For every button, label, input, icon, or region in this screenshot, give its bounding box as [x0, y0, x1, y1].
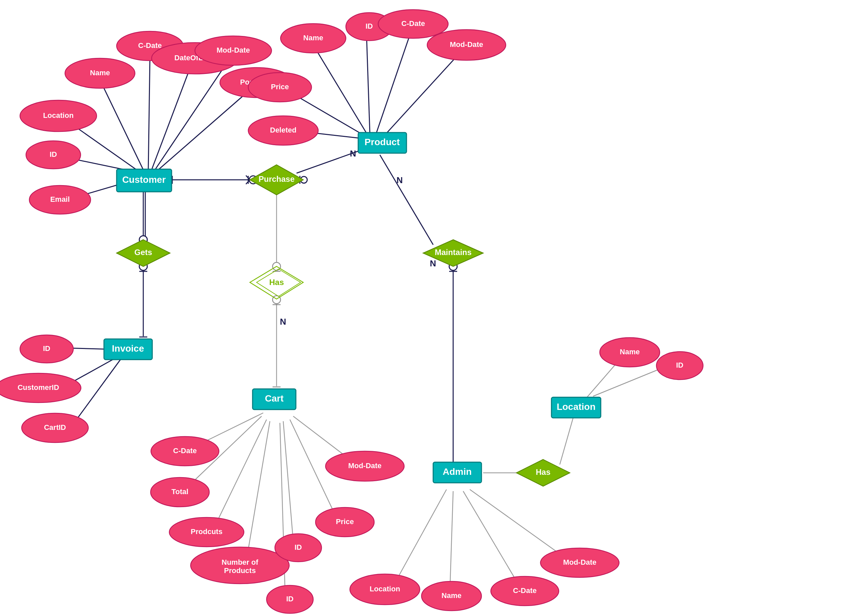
n-label-product: N: [350, 148, 356, 159]
svg-line-38: [380, 155, 433, 245]
svg-line-41: [560, 418, 573, 465]
svg-line-8: [313, 45, 367, 133]
attr-cart-moddate-label: Mod-Date: [348, 462, 381, 470]
entity-admin-label: Admin: [443, 466, 472, 477]
n-label-has: N: [280, 317, 286, 327]
svg-line-21: [283, 421, 293, 541]
attr-cart-id2-label: ID: [286, 595, 294, 603]
attr-admin-moddate-label: Mod-Date: [563, 558, 596, 566]
svg-line-0: [100, 80, 143, 170]
attr-product-cdate-label: C-Date: [402, 19, 425, 28]
svg-line-25: [393, 489, 446, 586]
attr-product-name-label: Name: [303, 33, 323, 42]
attr-customer-email-label: Email: [50, 195, 70, 203]
attr-customer-moddate-label: Mod-Date: [217, 46, 250, 54]
svg-line-4: [148, 57, 150, 170]
svg-line-19: [213, 419, 267, 530]
svg-line-26: [450, 491, 453, 593]
attr-cart-numproducts-label2: Products: [224, 566, 256, 575]
attr-customer-name-label: Name: [90, 69, 110, 77]
svg-line-20: [247, 421, 270, 559]
n-label-maintains1: N: [396, 175, 403, 185]
relation-purchase-label: Purchase: [258, 174, 294, 183]
attr-cart-products-label: Prodcuts: [191, 527, 222, 536]
attr-product-price-label: Price: [271, 83, 289, 91]
relation-has-cart-label: Has: [269, 278, 284, 287]
svg-line-6: [155, 63, 226, 170]
attr-product-id-label: ID: [366, 22, 373, 30]
entity-invoice-label: Invoice: [112, 343, 144, 354]
svg-line-5: [152, 68, 190, 170]
svg-line-7: [158, 90, 250, 170]
attr-cart-cdate-label: C-Date: [173, 446, 197, 455]
svg-line-12: [376, 35, 410, 133]
attr-customer-location-label: Location: [43, 111, 74, 120]
relation-maintains-label: Maintains: [435, 248, 472, 257]
svg-line-11: [367, 35, 370, 133]
er-diagram: N N N N Name Location ID Email C-Date: [0, 0, 853, 616]
attr-location-name-label: Name: [620, 348, 640, 356]
entity-product-label: Product: [364, 137, 400, 147]
entity-customer-label: Customer: [122, 174, 166, 185]
svg-line-28: [470, 489, 570, 561]
attr-location-id-label: ID: [676, 361, 683, 369]
svg-line-13: [387, 57, 457, 133]
attr-admin-location-label: Location: [370, 585, 400, 593]
attr-invoice-cartid-label: CartID: [44, 423, 66, 431]
entity-cart-label: Cart: [265, 393, 284, 404]
entity-location-label: Location: [557, 401, 596, 412]
attr-cart-id-label: ID: [294, 543, 302, 551]
attr-product-deleted-label: Deleted: [270, 126, 296, 134]
attr-product-moddate-label: Mod-Date: [450, 40, 483, 48]
attr-cart-price-label: Price: [336, 518, 354, 526]
attr-admin-name-label: Name: [442, 591, 461, 600]
attr-cart-total-label: Total: [172, 487, 188, 496]
svg-line-30: [593, 366, 666, 396]
attr-invoice-customerid-label: CustomerID: [18, 383, 59, 392]
attr-admin-cdate-label: C-Date: [513, 586, 537, 595]
relation-has-location-label: Has: [536, 468, 551, 477]
relation-gets-label: Gets: [134, 248, 152, 257]
attr-cart-numproducts-label1: Number of: [222, 558, 258, 566]
attr-invoice-id-label: ID: [43, 344, 50, 353]
n-label-maintains2: N: [430, 258, 436, 268]
attr-customer-id-label: ID: [50, 150, 57, 159]
attr-customer-cdate-label: C-Date: [138, 41, 162, 50]
